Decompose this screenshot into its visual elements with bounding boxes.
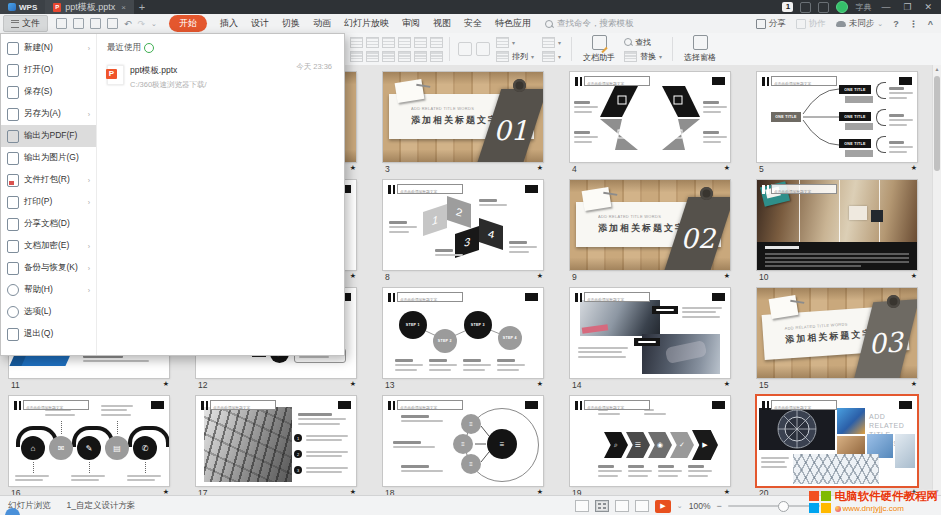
submenu-arrow-icon: ›	[88, 243, 90, 250]
tab-special-features[interactable]: 特色应用	[495, 17, 531, 30]
slide-thumbnail-20-selected[interactable]: 点击此处添加标题文字 ADD RELATED TITLE WORDS	[757, 396, 933, 495]
menu-item-export-pdf[interactable]: 输出为PDF(F)	[1, 125, 96, 147]
design-scheme-label[interactable]: 1_自定义设计方案	[67, 500, 136, 512]
slide-10-art: 点击此处添加标题文字	[757, 180, 917, 270]
help-button[interactable]: ?	[893, 19, 899, 29]
find-button[interactable]: 查找	[624, 37, 662, 48]
tab-home[interactable]: 开始	[169, 15, 207, 32]
slide-thumbnail-19[interactable]: 点击此处添加标题文字 ⌕ ☰ ◉ ✓ ▶ 19★	[570, 396, 757, 495]
workspace-badge[interactable]: 1	[782, 2, 793, 12]
zoom-percentage[interactable]: 100%	[689, 501, 711, 511]
menu-item-help[interactable]: 帮助(H)›	[1, 279, 96, 301]
slide-thumbnail-17[interactable]: 点击此处添加标题文字 1 2 3 17★	[196, 396, 383, 495]
tab-design[interactable]: 设计	[251, 17, 269, 30]
menu-item-encrypt[interactable]: 文档加密(E)›	[1, 235, 96, 257]
slide-thumbnail-9[interactable]: ADD RELATED TITLE WORDS 添加相关标题文字 02 9★	[570, 180, 757, 288]
menu-item-options[interactable]: 选项(L)	[1, 301, 96, 323]
minimize-button[interactable]: —	[878, 2, 893, 12]
backup-icon	[7, 262, 19, 275]
restore-button[interactable]: ❐	[900, 2, 914, 12]
tab-security[interactable]: 安全	[464, 17, 482, 30]
notification-bell-icon[interactable]	[800, 2, 811, 13]
share-button[interactable]: 分享	[756, 18, 786, 30]
slide-20-art: 点击此处添加标题文字 ADD RELATED TITLE WORDS	[757, 396, 917, 486]
menu-item-backup-restore[interactable]: 备份与恢复(K)›	[1, 257, 96, 279]
recent-files-header: 最近使用	[107, 42, 334, 54]
selection-pane-button[interactable]: 选择窗格	[684, 35, 716, 63]
animation-star-icon: ★	[724, 164, 730, 174]
save-icon[interactable]	[56, 18, 67, 29]
doc-assistant-button[interactable]: 文档助手	[583, 35, 615, 63]
title-bar: WPS P ppt模板.pptx × + 1 字典 — ❐ ✕	[0, 0, 941, 14]
slide-thumbnail-8[interactable]: 点击此处添加标题文字 1 2 3 4 8★	[383, 180, 570, 288]
customize-toolbar-caret-icon[interactable]: ⌄	[151, 20, 157, 28]
zoom-slider-knob[interactable]	[778, 501, 789, 512]
slide-thumbnail-18[interactable]: 点击此处添加标题文字 ≡ ≡ ≡ ≡ 18★	[383, 396, 570, 495]
collapse-ribbon-button[interactable]: ^	[928, 19, 933, 29]
document-tab-title: ppt模板.pptx	[65, 1, 115, 14]
arrange-button[interactable]: 排列▾	[496, 51, 534, 62]
sync-status-button[interactable]: 未同步⌄	[836, 18, 883, 30]
wps-logo[interactable]: WPS	[0, 0, 45, 14]
command-search[interactable]: 查找命令，搜索模板	[545, 18, 634, 30]
save-as-icon	[7, 108, 19, 121]
tab-insert[interactable]: 插入	[220, 17, 238, 30]
tab-animations[interactable]: 动画	[313, 17, 331, 30]
file-menu-button[interactable]: 文件	[3, 15, 48, 32]
replace-button[interactable]: 替换▾	[624, 51, 662, 62]
menu-item-export-image[interactable]: 输出为图片(G)	[1, 147, 96, 169]
more-menu-button[interactable]: ⋮	[909, 19, 918, 29]
menu-item-new[interactable]: 新建(N)›	[1, 37, 96, 59]
document-tab[interactable]: P ppt模板.pptx ×	[45, 0, 134, 14]
reading-view-button[interactable]	[615, 500, 629, 512]
gear-icon	[7, 306, 19, 318]
slide-thumbnail-5[interactable]: 点击此处添加标题文字 ONE TITLE ONE TITLE ONE TITLE…	[757, 72, 933, 180]
sync-refresh-icon	[144, 43, 154, 53]
hamburger-icon	[11, 20, 19, 28]
slide-thumbnail-10[interactable]: 点击此处添加标题文字 10★	[757, 180, 933, 288]
submenu-arrow-icon: ›	[88, 265, 90, 272]
menu-item-exit[interactable]: 退出(Q)	[1, 323, 96, 345]
menu-item-open[interactable]: 打开(O)	[1, 59, 96, 81]
scrollbar-thumb[interactable]	[934, 76, 940, 171]
animation-star-icon: ★	[350, 164, 356, 174]
slide-thumbnail-4[interactable]: 点击此处添加标题文字 4★	[570, 72, 757, 180]
menu-item-save-as[interactable]: 另存为(A)›	[1, 103, 96, 125]
tab-slideshow[interactable]: 幻灯片放映	[344, 17, 389, 30]
menu-item-file-package[interactable]: 文件打包(R)›	[1, 169, 96, 191]
print-icon[interactable]	[90, 18, 101, 29]
slide-thumbnail-15[interactable]: ADD RELATED TITLE WORDS 添加相关标题文字 03 15★	[757, 288, 933, 396]
animation-star-icon: ★	[724, 272, 730, 282]
tab-close-icon[interactable]: ×	[121, 3, 126, 12]
close-button[interactable]: ✕	[921, 2, 935, 12]
tab-view[interactable]: 视图	[433, 17, 451, 30]
slide-thumbnail-3[interactable]: ADD RELATED TITLE WORDS 添加相关标题文字 01 3★	[383, 72, 570, 180]
file-menu-dropdown: 新建(N)› 打开(O) 保存(S) 另存为(A)› 输出为PDF(F) 输出为…	[0, 33, 345, 356]
normal-view-button[interactable]	[575, 500, 589, 512]
slide-thumbnail-13[interactable]: 点击此处添加标题文字 STEP 1 STEP 2 STEP 3 STEP 4 1…	[383, 288, 570, 396]
outline-view-button[interactable]	[635, 500, 649, 512]
menu-item-save[interactable]: 保存(S)	[1, 81, 96, 103]
vertical-scrollbar[interactable]: ▲ ▼	[932, 65, 941, 495]
slide-title-text: 添加相关标题文字	[785, 327, 874, 346]
slide-thumbnail-16[interactable]: 点击此处添加标题文字 ⌂ ✉ ✎ ▤ ✆ 16★	[9, 396, 196, 495]
play-options-caret-icon[interactable]: ⌄	[677, 502, 683, 510]
new-tab-button[interactable]: +	[134, 1, 150, 13]
undo-icon[interactable]: ↶	[124, 19, 132, 29]
user-avatar[interactable]	[836, 1, 848, 13]
print-preview-icon[interactable]	[107, 18, 118, 29]
favorite-star-icon[interactable]	[818, 2, 829, 13]
slide-sorter-view-button[interactable]	[595, 500, 609, 512]
menu-item-print[interactable]: 打印(P)›	[1, 191, 96, 213]
replace-caret-icon: ▾	[659, 53, 662, 60]
scroll-up-icon[interactable]: ▲	[933, 66, 941, 72]
tab-transitions[interactable]: 切换	[282, 17, 300, 30]
slide-thumbnail-14[interactable]: 点击此处添加标题文字 14★	[570, 288, 757, 396]
export-icon[interactable]	[73, 18, 84, 29]
menu-item-share-doc[interactable]: 分享文档(D)	[1, 213, 96, 235]
help-circle-icon	[7, 284, 19, 296]
zoom-out-button[interactable]: −	[716, 501, 721, 511]
tab-review[interactable]: 审阅	[402, 17, 420, 30]
slideshow-play-button[interactable]: ▶	[655, 500, 671, 513]
animation-star-icon: ★	[537, 272, 543, 282]
